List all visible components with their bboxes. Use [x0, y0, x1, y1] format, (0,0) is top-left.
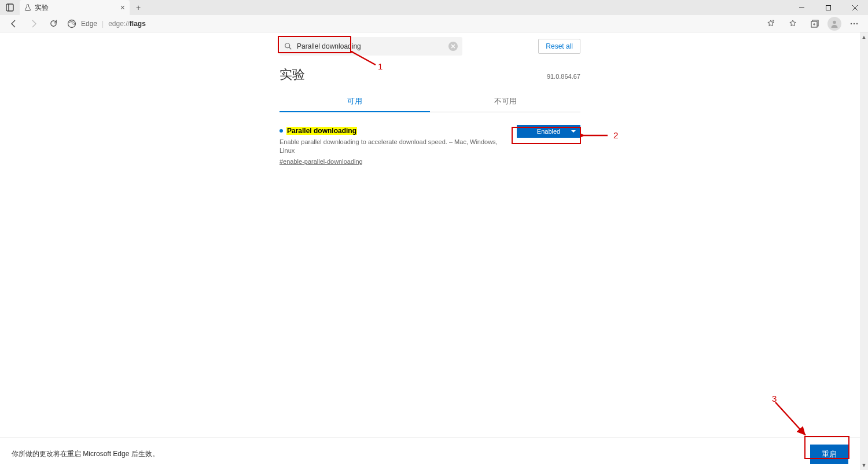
svg-point-13 — [851, 23, 852, 24]
titlebar: 实验 × + — [0, 0, 868, 15]
clear-search-button[interactable] — [448, 42, 458, 51]
svg-point-16 — [285, 43, 290, 48]
reading-mode-button[interactable] — [762, 16, 780, 32]
minimize-button[interactable] — [788, 0, 815, 15]
tab-title: 实验 — [35, 3, 49, 13]
scroll-down-arrow[interactable]: ▼ — [860, 461, 868, 470]
restart-message: 你所做的更改将在重启 Microsoft Edge 后生效。 — [12, 449, 159, 459]
reset-all-button[interactable]: Reset all — [538, 39, 580, 54]
tab-actions-button[interactable] — [0, 0, 20, 15]
flag-state-value: Enabled — [537, 128, 560, 135]
search-icon — [284, 42, 292, 50]
vertical-scrollbar[interactable]: ▲ ▼ — [860, 32, 868, 470]
flag-row: Parallel downloading Enable parallel dow… — [279, 125, 580, 166]
tabs: 可用 不可用 — [279, 91, 580, 112]
flags-search-box[interactable] — [279, 37, 462, 56]
toolbar: Edge | edge://flags — [0, 15, 868, 32]
close-window-button[interactable] — [841, 0, 868, 15]
new-tab-button[interactable]: + — [130, 0, 147, 15]
svg-rect-3 — [826, 5, 830, 10]
maximize-button[interactable] — [815, 0, 841, 15]
more-button[interactable] — [845, 16, 863, 32]
address-separator: | — [102, 20, 104, 28]
address-bar[interactable]: Edge | edge://flags — [67, 19, 146, 28]
svg-point-15 — [856, 23, 858, 24]
tab-available[interactable]: 可用 — [279, 91, 430, 112]
back-button[interactable] — [5, 16, 23, 32]
svg-line-17 — [289, 47, 292, 50]
window-controls — [788, 0, 868, 15]
flag-name: Parallel downloading — [286, 127, 357, 135]
favorites-button[interactable] — [784, 16, 802, 32]
profile-avatar[interactable] — [827, 17, 841, 31]
restart-bar: 你所做的更改将在重启 Microsoft Edge 后生效。 重启 — [0, 438, 860, 470]
svg-point-14 — [854, 23, 855, 24]
flag-state-select[interactable]: Enabled — [517, 125, 580, 138]
browser-tab[interactable]: 实验 × — [20, 0, 130, 15]
address-engine: Edge — [81, 20, 97, 28]
url-prefix: edge:// — [108, 20, 130, 28]
close-tab-button[interactable]: × — [120, 3, 125, 12]
version-label: 91.0.864.67 — [547, 73, 580, 80]
svg-point-12 — [833, 20, 836, 24]
edge-logo-icon — [67, 19, 76, 28]
tab-unavailable[interactable]: 不可用 — [430, 91, 580, 112]
collections-button[interactable] — [806, 16, 824, 32]
restart-button[interactable]: 重启 — [810, 445, 848, 464]
flag-status-dot — [279, 129, 283, 133]
page-title: 实验 — [279, 66, 305, 83]
flag-anchor-link[interactable]: #enable-parallel-downloading — [279, 158, 363, 165]
svg-rect-0 — [6, 4, 13, 11]
flask-icon — [24, 4, 31, 11]
page-content: Reset all 实验 91.0.864.67 可用 不可用 Parallel… — [0, 32, 860, 470]
refresh-button[interactable] — [44, 16, 62, 32]
url-path: flags — [130, 20, 146, 28]
flags-search-input[interactable] — [297, 42, 445, 50]
forward-button[interactable] — [24, 16, 43, 32]
scroll-up-arrow[interactable]: ▲ — [860, 32, 868, 42]
flag-description: Enable parallel downloading to accelerat… — [279, 138, 507, 156]
